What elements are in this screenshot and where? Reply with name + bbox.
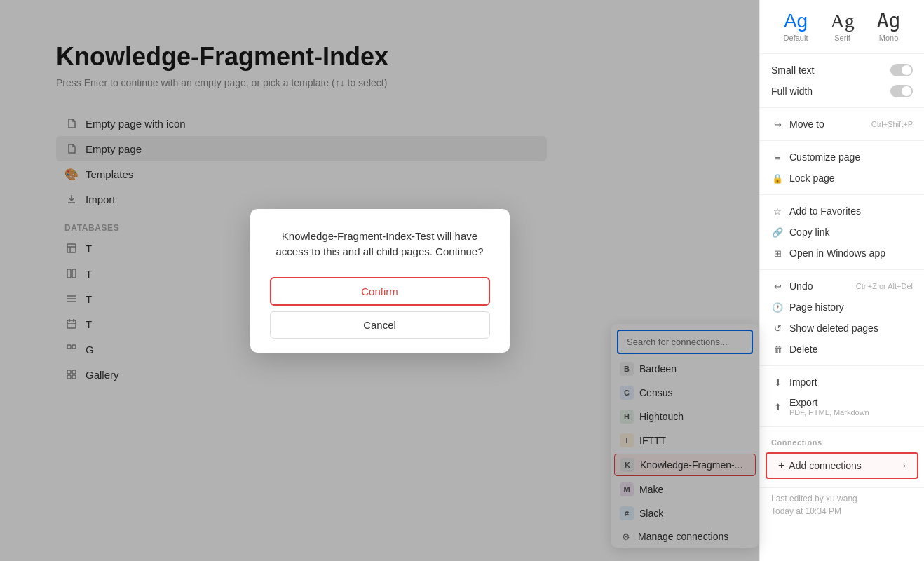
- open-windows-left: ⊞ Open in Windows app: [771, 247, 885, 259]
- delete-label: Delete: [789, 344, 817, 355]
- font-serif-preview: Ag: [830, 11, 854, 31]
- font-mono-label: Mono: [879, 34, 899, 42]
- full-width-knob: [902, 86, 911, 96]
- confirm-button[interactable]: Confirm: [270, 277, 490, 306]
- small-text-row[interactable]: Small text: [760, 60, 924, 81]
- full-width-row[interactable]: Full width: [760, 81, 924, 102]
- open-windows-row[interactable]: ⊞ Open in Windows app: [760, 243, 924, 264]
- export-row[interactable]: ⬆ Export PDF, HTML, Markdown: [760, 393, 924, 421]
- customize-page-row[interactable]: ≡ Customize page: [760, 147, 924, 168]
- favorites-label: Add to Favorites: [789, 205, 861, 217]
- import-left: ⬇ Import: [771, 376, 817, 388]
- link-icon: 🔗: [771, 226, 784, 238]
- font-section: Ag Default Ag Serif Ag Mono: [760, 0, 924, 54]
- clock-icon: 🕐: [771, 301, 784, 313]
- move-section: ↪ Move to Ctrl+Shift+P: [760, 108, 924, 141]
- customize-label: Customize page: [789, 151, 860, 163]
- font-default-label: Default: [784, 34, 808, 42]
- text-options-section: Small text Full width: [760, 54, 924, 108]
- right-panel: Ag Default Ag Serif Ag Mono Small text F…: [759, 0, 924, 561]
- move-to-icon: ↪: [771, 118, 784, 130]
- export-left: ⬆ Export PDF, HTML, Markdown: [771, 397, 869, 417]
- customize-left: ≡ Customize page: [771, 151, 860, 163]
- share-section: ☆ Add to Favorites 🔗 Copy link ⊞ Open in…: [760, 195, 924, 270]
- move-to-label: Move to: [789, 119, 824, 130]
- restore-icon: ↺: [771, 322, 784, 334]
- small-text-knob: [902, 65, 911, 75]
- delete-left: 🗑 Delete: [771, 343, 817, 356]
- undo-icon: ↩: [771, 280, 784, 292]
- export-icon: ⬆: [771, 400, 784, 413]
- show-deleted-label: Show deleted pages: [789, 323, 878, 334]
- font-serif-label: Serif: [834, 34, 850, 42]
- show-deleted-row[interactable]: ↺ Show deleted pages: [760, 318, 924, 339]
- add-favorites-row[interactable]: ☆ Add to Favorites: [760, 201, 924, 222]
- export-sub: PDF, HTML, Markdown: [789, 408, 869, 417]
- modal-text: Knowledge-Fragment-Index-Test will have …: [270, 229, 490, 260]
- import-icon-panel: ⬇: [771, 376, 784, 388]
- export-label: Export: [789, 397, 869, 408]
- page-history-label: Page history: [789, 302, 844, 313]
- lock-icon: 🔒: [771, 172, 784, 184]
- lock-label: Lock page: [789, 173, 835, 184]
- import-row[interactable]: ⬇ Import: [760, 372, 924, 393]
- history-left: 🕐 Page history: [771, 301, 844, 313]
- connections-heading: Connections: [760, 433, 924, 450]
- font-mono-preview: Ag: [877, 11, 901, 31]
- copy-link-label: Copy link: [789, 227, 830, 238]
- copy-link-row[interactable]: 🔗 Copy link: [760, 222, 924, 243]
- full-width-toggle[interactable]: [890, 85, 913, 97]
- small-text-toggle[interactable]: [890, 64, 913, 76]
- star-icon: ☆: [771, 205, 784, 217]
- small-text-label: Small text: [771, 65, 814, 76]
- cancel-button[interactable]: Cancel: [270, 311, 490, 339]
- delete-row[interactable]: 🗑 Delete: [760, 339, 924, 360]
- font-mono[interactable]: Ag Mono: [871, 8, 906, 45]
- import-label: Import: [789, 377, 817, 388]
- lock-left: 🔒 Lock page: [771, 172, 835, 184]
- open-windows-label: Open in Windows app: [789, 248, 885, 259]
- modal-dialog: Knowledge-Fragment-Index-Test will have …: [250, 209, 510, 353]
- last-edited-time: Today at 10:34 PM: [760, 506, 924, 522]
- last-edited-label: Last edited by xu wang: [760, 488, 924, 506]
- windows-icon: ⊞: [771, 247, 784, 259]
- chevron-right-icon: ›: [903, 461, 906, 471]
- add-connections-left: + Add connections: [778, 459, 862, 472]
- undo-left: ↩ Undo: [771, 280, 813, 292]
- font-default-preview: Ag: [784, 11, 808, 31]
- undo-shortcut: Ctrl+Z or Alt+Del: [856, 282, 913, 290]
- copy-left: 🔗 Copy link: [771, 226, 830, 238]
- import-export-section: ⬇ Import ⬆ Export PDF, HTML, Markdown: [760, 366, 924, 427]
- favorites-left: ☆ Add to Favorites: [771, 205, 861, 217]
- trash-icon: 🗑: [771, 343, 784, 356]
- lock-page-row[interactable]: 🔒 Lock page: [760, 168, 924, 189]
- add-connections-label: Add connections: [789, 460, 862, 471]
- customize-icon: ≡: [771, 151, 784, 163]
- page-options-section: ≡ Customize page 🔒 Lock page: [760, 141, 924, 195]
- connections-section: Connections + Add connections ›: [760, 427, 924, 488]
- full-width-label: Full width: [771, 86, 813, 97]
- move-to-left: ↪ Move to: [771, 118, 824, 130]
- font-serif[interactable]: Ag Serif: [824, 8, 860, 45]
- deleted-left: ↺ Show deleted pages: [771, 322, 878, 334]
- move-to-shortcut: Ctrl+Shift+P: [871, 120, 913, 128]
- plus-icon: +: [778, 459, 784, 472]
- last-edited-section: Last edited by xu wang Today at 10:34 PM: [760, 488, 924, 522]
- font-default[interactable]: Ag Default: [778, 8, 814, 45]
- page-history-row[interactable]: 🕐 Page history: [760, 297, 924, 318]
- modal-overlay: Knowledge-Fragment-Index-Test will have …: [0, 0, 759, 561]
- history-section: ↩ Undo Ctrl+Z or Alt+Del 🕐 Page history …: [760, 270, 924, 366]
- move-to-row[interactable]: ↪ Move to Ctrl+Shift+P: [760, 114, 924, 135]
- add-connections-row[interactable]: + Add connections ›: [766, 452, 918, 479]
- undo-label: Undo: [789, 280, 813, 292]
- undo-row[interactable]: ↩ Undo Ctrl+Z or Alt+Del: [760, 276, 924, 297]
